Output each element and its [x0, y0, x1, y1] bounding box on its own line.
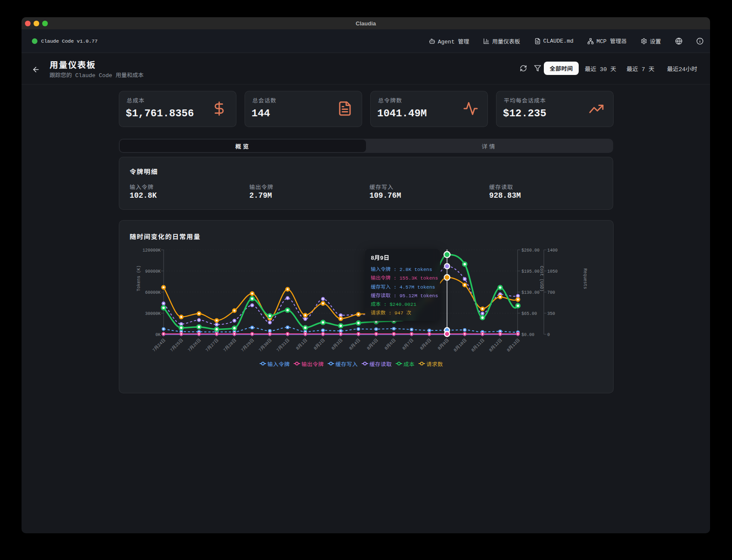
svg-text:7月30日: 7月30日	[258, 338, 273, 353]
svg-text:$130.00: $130.00	[521, 290, 540, 295]
svg-text:120000K: 120000K	[143, 248, 161, 253]
svg-text:$260.00: $260.00	[521, 248, 540, 253]
svg-text:7月25日: 7月25日	[169, 338, 184, 353]
svg-text:8月2日: 8月2日	[313, 338, 326, 351]
svg-text:1400: 1400	[547, 248, 558, 253]
svg-text:8月7日: 8月7日	[402, 338, 415, 351]
svg-text:8月6日: 8月6日	[384, 338, 397, 351]
svg-text:700: 700	[547, 290, 555, 295]
svg-text:0K: 0K	[155, 333, 161, 337]
svg-text:350: 350	[547, 311, 555, 316]
svg-text:8月10日: 8月10日	[453, 338, 468, 353]
svg-text:8月11日: 8月11日	[471, 338, 486, 353]
svg-text:7月26日: 7月26日	[187, 338, 202, 353]
svg-text:8月12日: 8月12日	[488, 338, 503, 353]
svg-text:7月27日: 7月27日	[205, 338, 220, 353]
svg-text:8月8日: 8月8日	[419, 338, 432, 351]
svg-text:$195.00: $195.00	[521, 269, 540, 274]
svg-text:$65.00: $65.00	[521, 311, 537, 316]
svg-text:Requests: Requests	[583, 268, 587, 289]
svg-text:60000K: 60000K	[145, 290, 161, 295]
svg-text:1050: 1050	[547, 269, 558, 274]
svg-text:$0.00: $0.00	[521, 333, 534, 337]
svg-text:Tokens (K): Tokens (K)	[136, 265, 141, 291]
svg-text:8月1日: 8月1日	[295, 338, 308, 351]
svg-text:Cost (USD): Cost (USD)	[539, 266, 544, 292]
svg-text:8月5日: 8月5日	[366, 338, 379, 351]
svg-text:7月28日: 7月28日	[223, 338, 238, 353]
svg-text:30000K: 30000K	[145, 311, 161, 316]
svg-text:0: 0	[547, 333, 550, 337]
svg-text:8月4日: 8月4日	[348, 338, 361, 351]
svg-text:7月29日: 7月29日	[240, 338, 255, 353]
svg-text:7月24日: 7月24日	[152, 338, 167, 353]
svg-text:90000K: 90000K	[145, 269, 161, 274]
svg-text:8月3日: 8月3日	[331, 338, 344, 351]
svg-text:7月31日: 7月31日	[276, 338, 291, 353]
svg-text:8月9日: 8月9日	[437, 338, 450, 351]
svg-text:8月13日: 8月13日	[506, 338, 521, 353]
